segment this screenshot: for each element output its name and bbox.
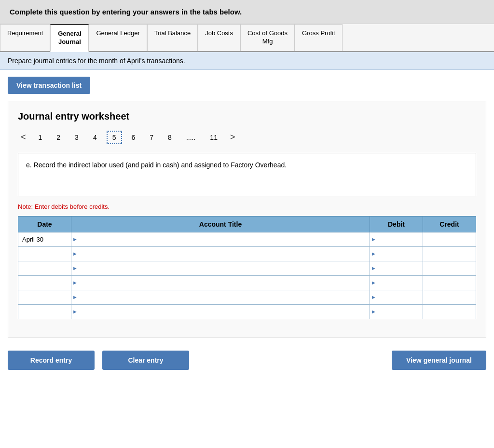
table-row: ► ► [18, 275, 476, 290]
table-row: ► ► [18, 290, 476, 304]
date-cell-1 [18, 232, 71, 246]
debit-credit-note: Note: Enter debits before credits. [18, 203, 476, 210]
tabs-container: Requirement GeneralJournal General Ledge… [0, 24, 494, 52]
account-input-3[interactable] [71, 261, 370, 275]
page-5[interactable]: 5 [107, 131, 122, 144]
credit-cell-5 [423, 290, 476, 304]
tab-cost-of-goods[interactable]: Cost of GoodsMfg [240, 24, 295, 51]
tab-general-ledger[interactable]: General Ledger [89, 24, 147, 51]
debit-input-2[interactable] [370, 247, 423, 261]
prev-page-arrow[interactable]: < [18, 131, 29, 143]
debit-input-1[interactable] [370, 232, 423, 246]
debit-arrow-6: ► [371, 309, 376, 314]
row-arrow-4: ► [72, 280, 78, 285]
row-arrow-3: ► [72, 265, 78, 271]
debit-input-3[interactable] [370, 261, 423, 275]
page-1[interactable]: 1 [34, 132, 47, 143]
pagination: < 1 2 3 4 5 6 7 8 ..... 11 > [18, 131, 476, 144]
debit-cell-6: ► [370, 304, 423, 319]
view-transaction-button[interactable]: View transaction list [8, 77, 90, 94]
credit-input-4[interactable] [423, 276, 476, 290]
credit-input-6[interactable] [423, 305, 476, 319]
debit-input-5[interactable] [370, 290, 423, 304]
instruction-bar: Prepare journal entries for the month of… [0, 52, 494, 70]
debit-arrow-1: ► [371, 236, 376, 242]
debit-arrow-4: ► [371, 280, 376, 285]
tab-trial-balance[interactable]: Trial Balance [147, 24, 198, 51]
journal-table: Date Account Title Debit Credit ► ► [18, 216, 476, 319]
date-input-4[interactable] [18, 276, 71, 290]
account-input-1[interactable] [71, 232, 370, 246]
debit-arrow-3: ► [371, 265, 376, 271]
credit-cell-1 [423, 232, 476, 246]
entry-description: e. Record the indirect labor used (and p… [18, 153, 476, 196]
row-arrow-5: ► [72, 294, 78, 300]
account-input-5[interactable] [71, 290, 370, 304]
date-cell-3 [18, 261, 71, 275]
date-cell-4 [18, 275, 71, 290]
account-input-6[interactable] [71, 305, 370, 319]
account-input-2[interactable] [71, 247, 370, 261]
table-row: ► ► [18, 261, 476, 275]
date-cell-6 [18, 304, 71, 319]
credit-input-2[interactable] [423, 247, 476, 261]
credit-cell-2 [423, 246, 476, 261]
page-3[interactable]: 3 [70, 132, 83, 143]
page-6[interactable]: 6 [127, 132, 140, 143]
account-cell-6: ► [71, 304, 370, 319]
col-header-date: Date [18, 216, 71, 232]
date-input-5[interactable] [18, 290, 71, 304]
date-input-1[interactable] [18, 232, 71, 246]
view-general-journal-button[interactable]: View general journal [392, 351, 486, 370]
debit-cell-4: ► [370, 275, 423, 290]
col-header-account: Account Title [71, 216, 370, 232]
account-input-4[interactable] [71, 276, 370, 290]
account-cell-5: ► [71, 290, 370, 304]
credit-input-1[interactable] [423, 232, 476, 246]
record-entry-button[interactable]: Record entry [8, 351, 95, 370]
debit-input-4[interactable] [370, 276, 423, 290]
clear-entry-button[interactable]: Clear entry [102, 351, 189, 370]
account-cell-2: ► [71, 246, 370, 261]
date-input-3[interactable] [18, 261, 71, 275]
debit-cell-5: ► [370, 290, 423, 304]
page-ellipsis: ..... [181, 132, 200, 143]
worksheet-title: Journal entry worksheet [18, 111, 476, 122]
row-arrow-6: ► [72, 309, 78, 314]
date-input-6[interactable] [18, 305, 71, 319]
worksheet-container: Journal entry worksheet < 1 2 3 4 5 6 7 … [8, 101, 486, 338]
col-header-credit: Credit [423, 216, 476, 232]
page-11[interactable]: 11 [205, 132, 222, 143]
tab-general-journal[interactable]: GeneralJournal [50, 24, 89, 52]
tab-gross-profit[interactable]: Gross Profit [295, 24, 343, 51]
page-8[interactable]: 8 [163, 132, 177, 143]
debit-cell-2: ► [370, 246, 423, 261]
table-row: ► ► [18, 232, 476, 246]
credit-input-3[interactable] [423, 261, 476, 275]
page-7[interactable]: 7 [145, 132, 158, 143]
debit-arrow-2: ► [371, 251, 376, 257]
tab-requirement[interactable]: Requirement [0, 24, 50, 51]
page-2[interactable]: 2 [52, 132, 65, 143]
date-cell-2 [18, 246, 71, 261]
credit-cell-3 [423, 261, 476, 275]
credit-cell-6 [423, 304, 476, 319]
page-4[interactable]: 4 [88, 132, 102, 143]
debit-cell-3: ► [370, 261, 423, 275]
debit-input-6[interactable] [370, 305, 423, 319]
tab-job-costs[interactable]: Job Costs [198, 24, 240, 51]
date-input-2[interactable] [18, 247, 71, 261]
next-page-arrow[interactable]: > [227, 131, 238, 143]
date-cell-5 [18, 290, 71, 304]
top-instruction: Complete this question by entering your … [0, 0, 494, 24]
table-row: ► ► [18, 304, 476, 319]
table-row: ► ► [18, 246, 476, 261]
account-cell-3: ► [71, 261, 370, 275]
debit-arrow-5: ► [371, 294, 376, 300]
debit-cell-1: ► [370, 232, 423, 246]
credit-input-5[interactable] [423, 290, 476, 304]
credit-cell-4 [423, 275, 476, 290]
bottom-buttons: Record entry Clear entry View general jo… [0, 346, 494, 380]
account-cell-4: ► [71, 275, 370, 290]
row-arrow-2: ► [72, 251, 78, 257]
